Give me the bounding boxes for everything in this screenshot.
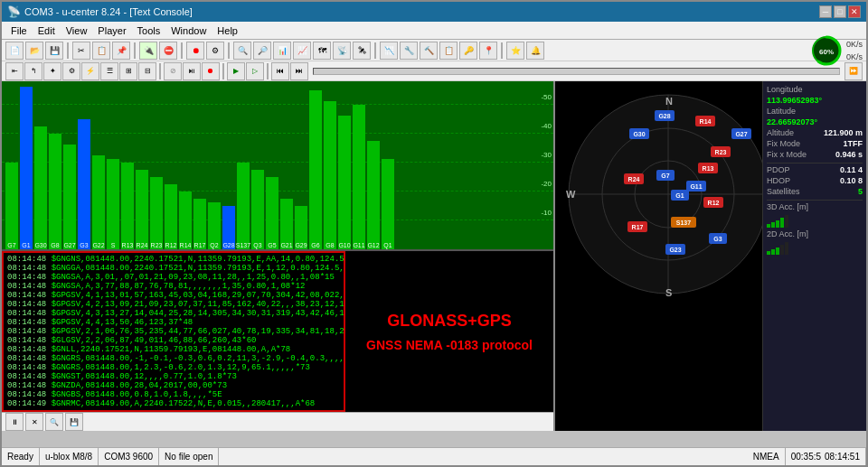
tb2-btn11[interactable]: ⏺ [202, 62, 220, 80]
connect-button[interactable]: 🔌 [139, 42, 157, 60]
status-port: COM3 9600 [99, 448, 159, 465]
tool1-button[interactable]: 📊 [273, 42, 291, 60]
tool6-button[interactable]: 📉 [380, 42, 398, 60]
tb2-btn8[interactable]: ⊟ [138, 62, 156, 80]
settings-button[interactable]: ⚙ [206, 42, 224, 60]
svg-rect-8 [49, 134, 61, 249]
menu-player[interactable]: Player [92, 23, 131, 38]
tb2-btn5[interactable]: ⚡ [81, 62, 99, 80]
disconnect-button[interactable]: ⛔ [159, 42, 177, 60]
console-panel: 08:14:48 $GNGNS,081448.00,2240.17521,N,1… [2, 249, 553, 412]
menu-tools[interactable]: Tools [132, 23, 166, 38]
console-tb1[interactable]: ⏸ [5, 413, 24, 431]
console-tb4[interactable]: 💾 [65, 413, 83, 431]
tool8-button[interactable]: 🔨 [420, 42, 438, 60]
tool13-button[interactable]: 🔔 [526, 42, 544, 60]
tb2-btn2[interactable]: ↰ [24, 62, 42, 80]
svg-text:G27: G27 [735, 131, 747, 137]
tb2-btn12[interactable]: ▶ [227, 62, 245, 80]
tool4-button[interactable]: 📡 [333, 42, 351, 60]
menu-edit[interactable]: Edit [33, 23, 61, 38]
zoom-out-button[interactable]: 🔎 [253, 42, 271, 60]
menu-file[interactable]: File [5, 23, 33, 38]
close-button[interactable]: ✕ [848, 5, 861, 18]
tool2-button[interactable]: 📈 [293, 42, 311, 60]
latitude-row: Latitude [767, 107, 863, 116]
status-timestamp: 08:14:51 [825, 452, 860, 462]
signal-chart: -50 -40 -30 -20 -10 G7 G1 [2, 81, 553, 249]
tb2-btn14[interactable]: ⏮ [271, 62, 289, 80]
svg-text:W: W [566, 189, 576, 200]
svg-rect-14 [92, 155, 105, 249]
tb2-btn13[interactable]: ▷ [246, 62, 264, 80]
svg-rect-10 [63, 145, 76, 249]
copy-button[interactable]: 📋 [92, 42, 110, 60]
svg-text:G30: G30 [34, 242, 46, 248]
open-button[interactable]: 📂 [25, 42, 43, 60]
tool7-button[interactable]: 🔧 [400, 42, 418, 60]
satellites-value: 5 [858, 187, 863, 196]
tool5-button[interactable]: 🛰 [353, 42, 371, 60]
menu-window[interactable]: Window [165, 23, 212, 38]
altitude-value: 121.900 m [824, 128, 863, 137]
save-button[interactable]: 💾 [45, 42, 63, 60]
bar-1 [767, 224, 770, 228]
minimize-button[interactable]: ─ [819, 5, 832, 18]
tb2-btn16[interactable]: ⏩ [844, 62, 863, 80]
console-tb3[interactable]: 🔍 [45, 413, 63, 431]
tb2-btn7[interactable]: ⊞ [119, 62, 137, 80]
svg-rect-46 [324, 101, 336, 249]
cut-button[interactable]: ✂ [72, 42, 90, 60]
svg-text:R24: R24 [628, 176, 640, 182]
new-button[interactable]: 📄 [5, 42, 24, 60]
svg-text:S: S [111, 242, 116, 248]
svg-text:R17: R17 [194, 242, 206, 248]
hdop-value: 0.10 8 [840, 176, 863, 185]
acc3d-label: 3D Acc. [m] [767, 202, 808, 211]
svg-text:G8: G8 [51, 242, 59, 248]
tb2-btn1[interactable]: ⇤ [5, 62, 24, 80]
paste-button[interactable]: 📌 [112, 42, 130, 60]
svg-rect-52 [367, 141, 380, 249]
toolbar-sep-1 [67, 42, 69, 59]
satellites-label: Satellites [767, 187, 800, 196]
percentage-circle: 60% [810, 34, 843, 67]
signal-bars-2d [767, 240, 863, 255]
tb2-btn6[interactable]: ☰ [100, 62, 118, 80]
record-button[interactable]: ⏺ [186, 42, 204, 60]
tb2-btn10[interactable]: ⏯ [183, 62, 201, 80]
tool10-button[interactable]: 🔑 [459, 42, 477, 60]
tb2-btn9[interactable]: ⊘ [164, 62, 182, 80]
console-toolbar: ⏸ ✕ 🔍 💾 [2, 412, 553, 431]
svg-rect-36 [251, 170, 264, 249]
restore-button[interactable]: □ [834, 5, 846, 18]
tool9-button[interactable]: 📋 [439, 42, 458, 60]
console-tb2[interactable]: ✕ [25, 413, 43, 431]
svg-text:G7: G7 [661, 173, 669, 179]
svg-text:G21: G21 [280, 242, 292, 248]
menu-help[interactable]: Help [212, 23, 243, 38]
tb2-btn15[interactable]: ⏭ [290, 62, 308, 80]
bar-4 [780, 218, 784, 228]
svg-text:N: N [665, 96, 673, 107]
tb2-btn4[interactable]: ⚙ [62, 62, 80, 80]
tool3-button[interactable]: 🗺 [313, 42, 331, 60]
menu-view[interactable]: View [61, 23, 93, 38]
svg-text:S137: S137 [676, 219, 691, 226]
pdop-value: 0.11 4 [840, 165, 863, 174]
tool12-button[interactable]: ⭐ [506, 42, 524, 60]
tool11-button[interactable]: 📍 [479, 42, 497, 60]
tb2-btn3[interactable]: ✦ [43, 62, 61, 80]
longitude-value: 113.99652983° [767, 96, 822, 105]
svg-text:Q1: Q1 [383, 242, 392, 249]
playback-progress[interactable] [313, 68, 840, 75]
svg-text:dB: dB [531, 81, 540, 83]
svg-text:G1: G1 [22, 242, 30, 248]
svg-rect-48 [338, 116, 351, 249]
satellites-row: Satellites 5 [767, 187, 863, 196]
sky-view-svg: N S W E R14 G27 G28 G30 [564, 90, 772, 298]
console-output[interactable]: 08:14:48 $GNGNS,081448.00,2240.17521,N,1… [2, 251, 345, 412]
zoom-in-button[interactable]: 🔍 [233, 42, 251, 60]
svg-text:R13: R13 [122, 242, 134, 248]
title-bar-buttons[interactable]: ─ □ ✕ [819, 5, 861, 18]
